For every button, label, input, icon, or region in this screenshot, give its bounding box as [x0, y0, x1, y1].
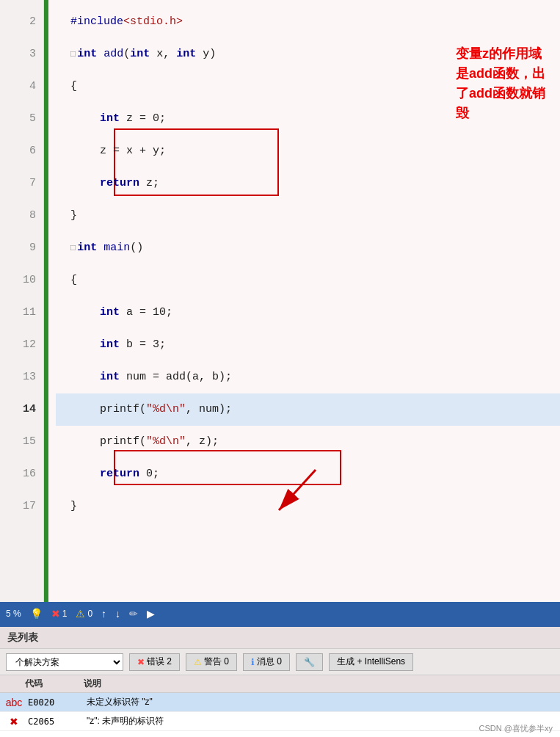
error-toolbar-icon: ✖ — [137, 657, 145, 667]
error-row-0-desc: 未定义标识符 "z" — [84, 696, 557, 708]
ln-7: 7 — [0, 167, 36, 200]
code-line-5: int z = 0; — [56, 103, 560, 135]
code-line-2: #include<stdio.h> — [56, 6, 560, 38]
line-numbers: 2 3 4 5 6 7 8 9 10 11 12 13 14 15 16 17 — [0, 0, 44, 602]
bulb-icon[interactable]: 💡 — [30, 608, 43, 620]
nav-right-arrow[interactable]: ▶ — [147, 608, 155, 620]
warn-count: ⚠ 0 — [76, 608, 92, 620]
code-line-6: z = x + y; — [56, 135, 560, 167]
pencil-icon: ✏ — [129, 608, 138, 620]
ln-4: 4 — [0, 70, 36, 103]
info-btn[interactable]: ℹ 消息 0 — [243, 653, 290, 671]
ln-17: 17 — [0, 490, 36, 523]
ln-3: 3 — [0, 38, 36, 70]
ln-15: 15 — [0, 426, 36, 458]
code-line-13: int num = add(a, b); — [56, 361, 560, 393]
ln-12: 12 — [0, 329, 36, 361]
status-bar: 5 % 💡 ✖ 1 ⚠ 0 ↑ ↓ ✏ ▶ — [0, 602, 560, 625]
warn-icon: ⚠ — [76, 608, 85, 620]
ln-11: 11 — [0, 297, 36, 329]
editor-area: 变量z的作用域是add函数，出了add函数就销毁 2 3 4 5 6 7 8 9… — [0, 0, 560, 602]
error-panel-title: 吴列表 — [7, 631, 38, 645]
csdn-watermark: CSDN @喜忧参半xy — [479, 723, 553, 734]
code-line-14: printf( "%d\n" , num); — [56, 393, 560, 426]
ln-5: 5 — [0, 103, 36, 135]
error-table-header: 代码 说明 — [0, 675, 560, 693]
info-btn-label: 消息 0 — [257, 656, 282, 668]
ln-2: 2 — [0, 6, 36, 38]
error-row-0-icon: abc — [3, 697, 25, 708]
code-line-8: } — [56, 200, 560, 232]
error-icon: ✖ — [51, 608, 60, 620]
ln-6: 6 — [0, 135, 36, 167]
nav-up-arrow[interactable]: ↑ — [101, 608, 106, 620]
info-toolbar-icon: ℹ — [251, 657, 255, 667]
code-line-10: { — [56, 264, 560, 297]
warn-toolbar-icon: ⚠ — [194, 657, 202, 667]
code-container: 2 3 4 5 6 7 8 9 10 11 12 13 14 15 16 17 … — [0, 0, 560, 602]
error-row-0[interactable]: abc E0020 未定义标识符 "z" — [0, 693, 560, 712]
code-line-4: { — [56, 70, 560, 103]
error-row-0-code: E0020 — [25, 697, 84, 708]
build-btn[interactable]: 生成 + IntelliSens — [329, 653, 413, 671]
error-row-1-icon: ✖ — [3, 716, 25, 727]
code-line-12: int b = 3; — [56, 329, 560, 361]
filter-btn[interactable]: 🔧 — [296, 653, 323, 671]
warn-btn-label: 警告 0 — [204, 656, 229, 668]
ln-16: 16 — [0, 458, 36, 490]
code-line-11: int a = 10; — [56, 297, 560, 329]
code-line-16: return 0; — [56, 458, 560, 490]
code-line-9: □ int main () — [56, 232, 560, 264]
zoom-level: 5 % — [6, 609, 21, 619]
build-btn-label: 生成 + IntelliSens — [337, 656, 405, 668]
ln-14: 14 — [0, 393, 36, 426]
code-line-7: return z; — [56, 167, 560, 200]
col-header-icon — [0, 678, 22, 690]
ln-10: 10 — [0, 264, 36, 297]
error-panel: 吴列表 个解决方案 ✖ 错误 2 ⚠ 警告 0 ℹ 消息 0 🔧 生成 + In… — [0, 625, 560, 737]
error-table: 代码 说明 abc E0020 未定义标识符 "z" ✖ C2065 "z": … — [0, 675, 560, 737]
filter-icon: 🔧 — [304, 657, 315, 667]
code-line-15: printf( "%d\n" , z); — [56, 426, 560, 458]
code-line-17: } — [56, 490, 560, 523]
warn-btn[interactable]: ⚠ 警告 0 — [186, 653, 237, 671]
error-count: ✖ 1 — [51, 608, 68, 620]
error-row-1-code: C2065 — [25, 716, 84, 727]
nav-down-arrow[interactable]: ↓ — [115, 608, 120, 620]
ln-9: 9 — [0, 232, 36, 264]
error-btn-label: 错误 2 — [147, 656, 172, 668]
col-header-desc: 说明 — [81, 678, 560, 690]
error-btn[interactable]: ✖ 错误 2 — [129, 653, 180, 671]
error-panel-toolbar: 个解决方案 ✖ 错误 2 ⚠ 警告 0 ℹ 消息 0 🔧 生成 + Intell… — [0, 649, 560, 675]
ln-8: 8 — [0, 200, 36, 232]
error-row-1[interactable]: ✖ C2065 "z": 未声明的标识符 — [0, 712, 560, 731]
solution-dropdown[interactable]: 个解决方案 — [6, 653, 123, 671]
error-panel-header: 吴列表 — [0, 627, 560, 649]
code-content: #include<stdio.h> □ int add ( int x, int… — [48, 0, 560, 602]
col-header-code: 代码 — [22, 678, 81, 690]
code-line-3: □ int add ( int x, int y) — [56, 38, 560, 70]
ln-13: 13 — [0, 361, 36, 393]
